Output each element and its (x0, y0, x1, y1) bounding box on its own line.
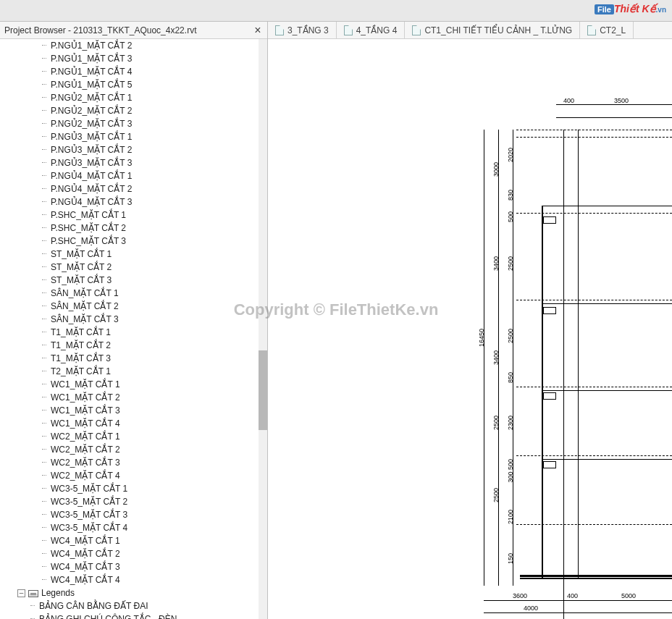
tab-label: CT2_L (600, 25, 626, 35)
app-top-bar (0, 0, 672, 22)
tree-item-view[interactable]: WC2_MẶT CẮT 4 (0, 469, 267, 482)
dim-value: 2500 (507, 256, 514, 271)
grid-line (563, 578, 564, 619)
tree-item-view[interactable]: T1_MẶT CẮT 3 (0, 352, 267, 365)
dim-value: 2100 (507, 510, 514, 524)
tree-item-view[interactable]: ST_MẶT CẮT 3 (0, 274, 267, 287)
tree-item-legends[interactable]: –Legends (0, 586, 267, 599)
tree-item-view[interactable]: WC3-5_MẶT CẮT 3 (0, 508, 267, 521)
dim-value: 3400 (492, 256, 500, 271)
legends-label: Legends (41, 588, 75, 598)
tree-item-view[interactable]: P.SHC_MẶT CẮT 2 (0, 222, 267, 235)
tree-item-view[interactable]: WC4_MẶT CẮT 1 (0, 534, 267, 547)
dim-value: 2500 (507, 329, 514, 343)
wall-line (542, 206, 672, 206)
tree-item-view[interactable]: P.NGỦ1_MẶT CẮT 4 (0, 65, 267, 78)
dim-value: 2020 (507, 148, 514, 162)
tree-item-view[interactable]: WC2_MẶT CẮT 3 (0, 456, 267, 469)
tree-item-view[interactable]: WC3-5_MẶT CẮT 1 (0, 482, 267, 495)
dim-line (484, 130, 484, 586)
dim-value: 16450 (478, 329, 485, 347)
tree-item-view[interactable]: P.NGỦ1_MẶT CẮT 2 (0, 39, 267, 52)
tree-item-view[interactable]: P.NGỦ1_MẶT CẮT 3 (0, 52, 267, 65)
dim-line (556, 104, 672, 105)
tree-item-view[interactable]: P.SHC_MẶT CẮT 1 (0, 209, 267, 222)
scrollbar-thumb[interactable] (259, 350, 267, 430)
dim-value: 2500 (492, 488, 500, 502)
tree-item-view[interactable]: P.NGỦ3_MẶT CẮT 1 (0, 130, 267, 143)
dim-value: 830 (507, 190, 514, 201)
tree-item-view[interactable]: P.NGỦ2_MẶT CẮT 1 (0, 91, 267, 104)
tab-label: 3_TẦNG 3 (287, 25, 329, 35)
opening (543, 216, 556, 224)
document-icon (587, 25, 596, 35)
tree-item-view[interactable]: WC2_MẶT CẮT 1 (0, 430, 267, 443)
dim-value: 400 (563, 97, 574, 104)
level-line (516, 300, 672, 300)
level-line (516, 524, 672, 525)
dim-value: 150 (507, 553, 514, 564)
tree-item-view[interactable]: SÂN_MẶT CẮT 3 (0, 313, 267, 326)
tree-item-view[interactable]: SÂN_MẶT CẮT 1 (0, 287, 267, 300)
tree-item-view[interactable]: SÂN_MẶT CẮT 2 (0, 300, 267, 313)
drawing-canvas[interactable]: 400 3500 16450 3000 3400 3400 2500 2500 … (268, 39, 672, 619)
dim-value: 400 (567, 592, 578, 599)
project-browser-tree[interactable]: P.NGỦ1_MẶT CẮT 2P.NGỦ1_MẶT CẮT 3P.NGỦ1_M… (0, 39, 267, 619)
tree-item-view[interactable]: WC1_MẶT CẮT 3 (0, 404, 267, 417)
dim-value: 3500 (614, 97, 629, 104)
level-line (516, 387, 672, 387)
tree-item-view[interactable]: WC3-5_MẶT CẮT 4 (0, 521, 267, 534)
tree-item-view[interactable]: P.NGỦ4_MẶT CẮT 3 (0, 195, 267, 209)
tab-tang-3[interactable]: 3_TẦNG 3 (268, 22, 337, 38)
tree-item-view[interactable]: WC4_MẶT CẮT 4 (0, 573, 267, 586)
tree-item-view[interactable]: P.NGỦ4_MẶT CẮT 1 (0, 169, 267, 182)
legend-icon (28, 590, 38, 597)
tree-item-view[interactable]: WC1_MẶT CẮT 2 (0, 391, 267, 404)
close-icon[interactable]: × (253, 25, 263, 36)
tree-item-view[interactable]: WC4_MẶT CẮT 3 (0, 560, 267, 573)
level-line (516, 455, 672, 456)
dim-value: 850 (507, 372, 514, 383)
tree-item-view[interactable]: WC1_MẶT CẮT 1 (0, 378, 267, 391)
tree-item-view[interactable]: P.SHC_MẶT CẮT 3 (0, 235, 267, 248)
tree-item-view[interactable]: T2_MẶT CẮT 1 (0, 365, 267, 378)
tree-item-legend[interactable]: BẢNG CÂN BẰNG ĐẤT ĐAI (0, 599, 267, 612)
opening (543, 461, 556, 468)
tab-ct2[interactable]: CT2_L (580, 22, 634, 38)
dim-line (484, 600, 672, 601)
dim-value: 3400 (492, 350, 500, 365)
opening (543, 307, 556, 314)
grid-line (563, 130, 564, 578)
collapse-icon[interactable]: – (17, 589, 25, 597)
tree-item-view[interactable]: ST_MẶT CẮT 1 (0, 248, 267, 261)
tree-item-view[interactable]: WC4_MẶT CẮT 2 (0, 547, 267, 560)
wall-line (542, 303, 672, 304)
main-container: Project Browser - 210313_TKKT_AQuoc_4x22… (0, 22, 672, 619)
tab-label: CT1_CHI TIẾT TIỂU CẢNH _ T.LỬNG (424, 25, 572, 35)
project-browser-title: Project Browser - 210313_TKKT_AQuoc_4x22… (4, 25, 253, 35)
tree-item-view[interactable]: WC1_MẶT CẮT 4 (0, 417, 267, 430)
level-line (516, 137, 672, 138)
tree-item-view[interactable]: P.NGỦ3_MẶT CẮT 3 (0, 156, 267, 169)
tree-item-view[interactable]: T1_MẶT CẮT 2 (0, 339, 267, 352)
architectural-drawing: 400 3500 16450 3000 3400 3400 2500 2500 … (469, 97, 672, 618)
tree-item-view[interactable]: WC2_MẶT CẮT 2 (0, 443, 267, 456)
dim-value: 300 500 (507, 459, 514, 483)
tree-item-view[interactable]: P.NGỦ3_MẶT CẮT 2 (0, 143, 267, 156)
tab-ct1[interactable]: CT1_CHI TIẾT TIỂU CẢNH _ T.LỬNG (405, 22, 580, 38)
document-icon (344, 25, 353, 35)
tree-item-view[interactable]: P.NGỦ2_MẶT CẮT 3 (0, 117, 267, 130)
tab-label: 4_TẦNG 4 (356, 25, 398, 35)
tree-item-view[interactable]: P.NGỦ1_MẶT CẮT 5 (0, 78, 267, 91)
project-browser-header: Project Browser - 210313_TKKT_AQuoc_4x22… (0, 22, 267, 39)
tree-item-view[interactable]: P.NGỦ4_MẶT CẮT 2 (0, 182, 267, 195)
dim-value: 3000 (492, 162, 500, 177)
tree-item-view[interactable]: WC3-5_MẶT CẮT 2 (0, 495, 267, 508)
scrollbar-track[interactable] (259, 39, 267, 619)
tree-item-view[interactable]: T1_MẶT CẮT 1 (0, 326, 267, 339)
tree-item-legend[interactable]: BẢNG GHI CHÚ CÔNG TẮC - ĐÈN (0, 612, 267, 619)
tab-tang-4[interactable]: 4_TẦNG 4 (337, 22, 406, 38)
tree-item-view[interactable]: P.NGỦ2_MẶT CẮT 2 (0, 104, 267, 117)
dim-value: 4000 (524, 605, 538, 612)
tree-item-view[interactable]: ST_MẶT CẮT 2 (0, 261, 267, 274)
